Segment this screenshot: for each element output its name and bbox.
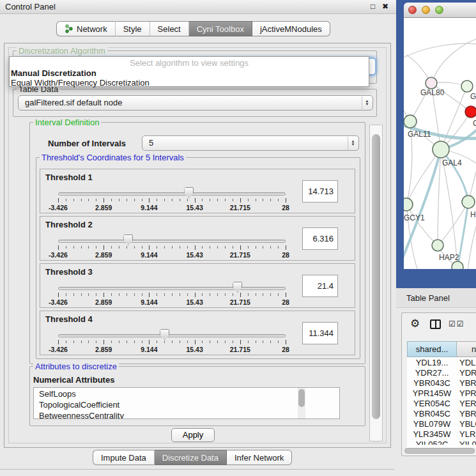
main-scrollbar-track[interactable] xyxy=(369,125,383,441)
tab-network[interactable]: Network xyxy=(56,21,116,36)
slider-track[interactable] xyxy=(58,287,286,290)
tab-cyni-toolbox[interactable]: Cyni Toolbox xyxy=(189,21,252,36)
slider-tick xyxy=(88,293,89,296)
slider-tick xyxy=(233,199,233,201)
float-window-icon[interactable]: □ xyxy=(371,2,375,11)
threshold-value-field[interactable]: 21.4 xyxy=(302,275,338,297)
slider-tick xyxy=(104,198,104,203)
main-scrollbar-thumb[interactable] xyxy=(372,134,380,419)
slider-tick xyxy=(157,199,157,201)
attribute-list-item[interactable]: SelfLoops xyxy=(39,388,339,399)
slider-tick xyxy=(127,199,127,201)
network-node[interactable] xyxy=(404,198,413,211)
slider-tick xyxy=(225,293,226,296)
column-header-shared-name[interactable]: shared... xyxy=(407,341,457,357)
tab-jactivemnodules[interactable]: jActiveMNodules xyxy=(252,21,330,36)
slider-thumb[interactable] xyxy=(160,329,169,340)
tab-label: Impute Data xyxy=(101,453,146,463)
slider-thumb[interactable] xyxy=(123,234,133,245)
attribute-list-item[interactable]: BetweennessCentrality xyxy=(39,410,339,419)
slider-tick xyxy=(134,341,135,343)
slider-track[interactable] xyxy=(58,334,286,337)
network-node[interactable] xyxy=(461,81,473,92)
numerical-attributes-list[interactable]: SelfLoopsTopologicalCoefficientBetweenne… xyxy=(33,387,340,419)
network-node[interactable] xyxy=(465,106,476,118)
close-traffic-light-icon[interactable] xyxy=(408,6,417,14)
network-node-label: HAP2 xyxy=(439,253,459,262)
slider-tick xyxy=(134,199,135,201)
dropdown-item[interactable]: Equal Width/Frequency Discretization xyxy=(10,78,369,88)
attribute-list-item[interactable]: TopologicalCoefficient xyxy=(39,399,339,410)
threshold-value-field[interactable]: 14.713 xyxy=(302,180,338,203)
slider-tick xyxy=(217,341,218,343)
minimize-traffic-light-icon[interactable] xyxy=(422,6,430,14)
slider-scale-label: 9.144 xyxy=(141,204,157,211)
slider-tick xyxy=(278,246,279,249)
network-node-label: GAL4 xyxy=(442,158,462,167)
slider-tick xyxy=(225,199,226,201)
table-row[interactable]: YPR145WYPR1 xyxy=(407,388,476,399)
cell-shared-name: YLR345W xyxy=(407,429,457,440)
slider-tick xyxy=(233,246,233,249)
slider-tick xyxy=(233,293,233,296)
combo-spinner-icon[interactable]: ▲ ▼ xyxy=(348,137,358,150)
table-row[interactable]: YBR045CYBR0 xyxy=(407,409,476,419)
tab-select[interactable]: Select xyxy=(150,21,189,36)
network-node[interactable] xyxy=(426,77,437,89)
slider-tick xyxy=(111,246,112,249)
select-columns-icon[interactable]: ☑☑ xyxy=(449,319,465,328)
bottom-tab-discretize-data[interactable]: Discretize Data xyxy=(155,450,227,465)
zoom-traffic-light-icon[interactable] xyxy=(435,6,443,14)
network-node[interactable] xyxy=(462,196,475,208)
table-row[interactable]: YIL052CYIL0 xyxy=(407,440,476,445)
slider-tick xyxy=(202,293,203,296)
dropdown-prompt: Select algorithm to view settings xyxy=(10,58,369,68)
slider-track[interactable] xyxy=(58,192,286,196)
gear-icon[interactable]: ⚙ xyxy=(410,317,420,330)
dropdown-item[interactable]: Manual Discretization xyxy=(10,68,369,78)
table-horizontal-scrollbar[interactable] xyxy=(404,448,475,454)
combo-spinner-icon[interactable]: ▲ ▼ xyxy=(362,96,372,109)
number-of-intervals-combobox[interactable]: 5 ▲ ▼ xyxy=(142,135,359,151)
column-layout-icon[interactable] xyxy=(430,319,441,329)
threshold-value-field[interactable]: 11.344 xyxy=(302,322,338,344)
slider-tick xyxy=(142,246,142,249)
slider-tick xyxy=(119,293,119,296)
network-canvas[interactable]: GAL80GCGAL11GAL4GCY1HHAP2 xyxy=(404,18,476,269)
attributes-scrollbar-thumb[interactable] xyxy=(298,389,305,407)
slider-tick xyxy=(142,293,142,296)
slider-thumb[interactable] xyxy=(184,187,194,198)
close-icon[interactable]: ✖ xyxy=(382,2,388,11)
table-row[interactable]: YDL19...YDL1 xyxy=(407,358,476,368)
slider-tick xyxy=(58,245,59,250)
slider-tick xyxy=(142,341,142,343)
table-row[interactable]: YBR043CYBR0 xyxy=(407,378,476,388)
table-row[interactable]: YER054CYER0 xyxy=(407,399,476,409)
cell-shared-name: YDL19... xyxy=(407,358,457,368)
table-panel-title: Table Panel xyxy=(406,293,450,303)
column-header-name[interactable]: n xyxy=(457,341,476,357)
bottom-tab-impute-data[interactable]: Impute Data xyxy=(93,450,155,465)
slider-tick xyxy=(248,246,249,249)
network-node[interactable] xyxy=(452,261,463,269)
network-node[interactable] xyxy=(433,141,449,158)
slider-tick xyxy=(217,293,218,296)
cell-name: YPR1 xyxy=(459,388,476,399)
slider-tick xyxy=(58,198,59,203)
slider-tick xyxy=(127,246,127,249)
table-row[interactable]: YBL079WYBL0 xyxy=(407,419,476,429)
tab-style[interactable]: Style xyxy=(116,21,150,36)
slider-scale-label: 9.144 xyxy=(141,298,157,306)
table-data-combobox[interactable]: galFiltered.sif default node ▲ ▼ xyxy=(18,95,373,111)
slider-track[interactable] xyxy=(58,240,286,243)
table-row[interactable]: YDR27...YDR2 xyxy=(407,368,476,378)
spinner-down-icon: ▼ xyxy=(351,143,355,146)
apply-button[interactable]: Apply xyxy=(171,428,215,442)
network-node[interactable] xyxy=(432,240,443,251)
slider-tick xyxy=(225,246,226,249)
slider-thumb[interactable] xyxy=(233,282,242,293)
network-node[interactable] xyxy=(404,115,417,128)
threshold-value-field[interactable]: 6.316 xyxy=(302,227,338,250)
bottom-tab-infer-network[interactable]: Infer Network xyxy=(227,450,292,465)
table-row[interactable]: YLR345WYLR3 xyxy=(407,429,476,440)
